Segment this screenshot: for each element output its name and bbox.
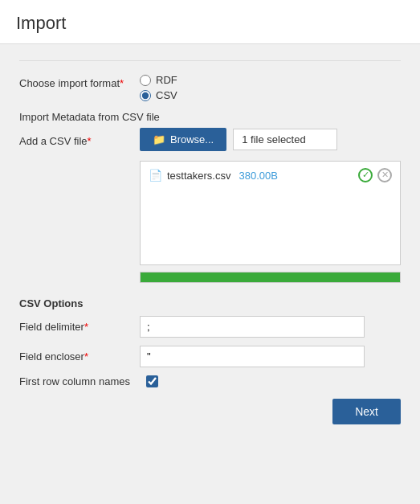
file-actions: ✓ ✕	[358, 168, 392, 182]
field-delimiter-label: Field delimiter*	[19, 321, 140, 333]
page-title: Import	[0, 0, 420, 44]
file-remove-icon[interactable]: ✕	[377, 168, 392, 182]
file-size: 380.00B	[239, 170, 277, 182]
first-row-label: First row column names	[19, 375, 140, 387]
browse-row: 📁 Browse... 1 file selected	[140, 128, 337, 151]
browse-button[interactable]: 📁 Browse...	[140, 128, 226, 151]
file-list-area: 📄 testtakers.csv 380.00B ✓ ✕	[140, 161, 401, 265]
format-label: Choose import format*	[19, 74, 140, 89]
progress-bar-container	[140, 272, 401, 283]
csv-option[interactable]: CSV	[140, 89, 177, 101]
add-csv-label: Add a CSV file*	[19, 132, 140, 147]
field-delimiter-row: Field delimiter*	[19, 316, 401, 338]
field-encloser-label: Field encloser*	[19, 350, 140, 363]
field-encloser-input[interactable]	[140, 346, 365, 367]
format-radio-group: RDF CSV	[140, 74, 177, 101]
next-button[interactable]: Next	[332, 399, 401, 424]
file-check-icon[interactable]: ✓	[358, 168, 373, 182]
footer-row: Next	[19, 399, 401, 424]
first-row-row: First row column names	[19, 375, 401, 387]
field-encloser-row: Field encloser*	[19, 346, 401, 367]
file-name: testtakers.csv	[167, 170, 230, 182]
rdf-option[interactable]: RDF	[140, 74, 177, 86]
field-delimiter-input[interactable]	[140, 316, 365, 338]
file-item: 📄 testtakers.csv 380.00B ✓ ✕	[149, 168, 392, 182]
progress-bar-fill	[141, 272, 400, 282]
metadata-label: Import Metadata from CSV file	[19, 111, 401, 123]
file-icon: 📄	[149, 169, 162, 182]
first-row-checkbox[interactable]	[146, 375, 158, 387]
csv-options-title: CSV Options	[19, 297, 401, 309]
browse-icon: 📁	[153, 133, 165, 145]
file-selected-text: 1 file selected	[233, 129, 337, 150]
csv-radio[interactable]	[140, 90, 151, 101]
rdf-radio[interactable]	[140, 75, 151, 86]
